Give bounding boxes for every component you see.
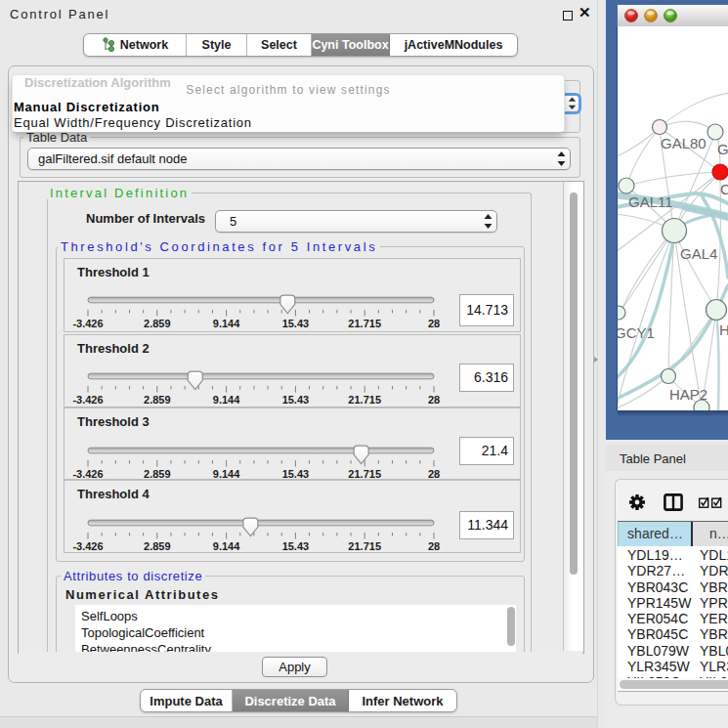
- svg-text:GCY1: GCY1: [617, 324, 655, 341]
- svg-text:GAL4: GAL4: [680, 245, 717, 262]
- svg-text:9.144: 9.144: [213, 394, 240, 406]
- svg-text:9.144: 9.144: [213, 318, 240, 329]
- svg-text:28: 28: [428, 468, 440, 480]
- svg-text:15.43: 15.43: [282, 318, 310, 329]
- svg-text:HAP2: HAP2: [669, 386, 707, 403]
- svg-text:2.859: 2.859: [144, 540, 171, 552]
- svg-text:GAL11: GAL11: [628, 193, 673, 210]
- svg-text:21.715: 21.715: [348, 540, 381, 552]
- svg-text:-3.426: -3.426: [72, 318, 103, 329]
- svg-text:-3.426: -3.426: [72, 394, 103, 406]
- svg-text:2.859: 2.859: [144, 394, 171, 406]
- svg-text:21.715: 21.715: [348, 394, 381, 406]
- svg-text:9.144: 9.144: [213, 468, 240, 480]
- svg-text:9.144: 9.144: [213, 540, 240, 552]
- svg-text:28: 28: [428, 394, 440, 406]
- svg-text:21.715: 21.715: [348, 318, 381, 329]
- svg-text:15.43: 15.43: [282, 394, 310, 406]
- svg-text:15.43: 15.43: [282, 540, 310, 552]
- svg-text:C: C: [720, 181, 728, 197]
- svg-text:GAL80: GAL80: [661, 135, 707, 151]
- svg-text:-3.426: -3.426: [72, 468, 103, 480]
- svg-text:2.859: 2.859: [144, 468, 171, 480]
- svg-text:H: H: [719, 321, 728, 338]
- svg-text:15.43: 15.43: [282, 468, 310, 480]
- svg-text:21.715: 21.715: [348, 468, 381, 480]
- svg-text:2.859: 2.859: [144, 318, 171, 329]
- svg-text:28: 28: [428, 318, 440, 329]
- svg-text:GA: GA: [717, 141, 728, 157]
- svg-text:28: 28: [428, 540, 440, 552]
- svg-text:-3.426: -3.426: [72, 540, 103, 552]
